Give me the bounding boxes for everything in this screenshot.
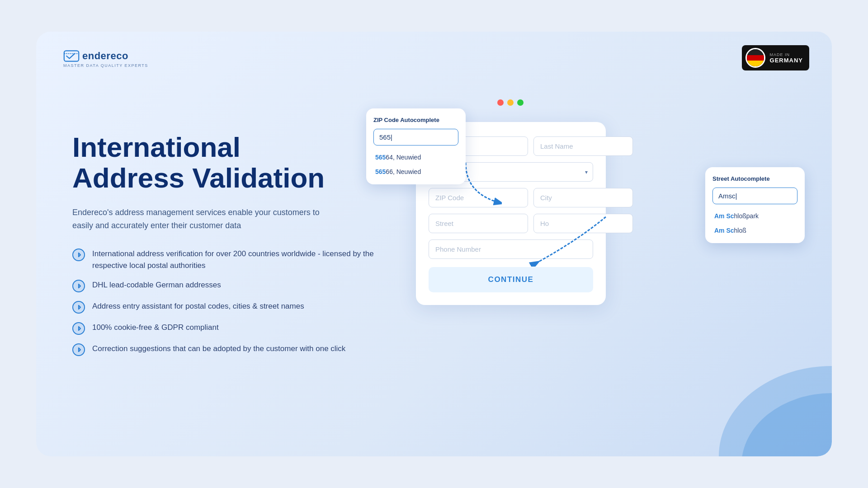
- feature-text-1: International address verification for o…: [92, 248, 380, 271]
- street-suggestion-2[interactable]: Am Schloß: [712, 223, 797, 238]
- badge-made-in: MADE IN: [770, 52, 803, 57]
- street-suggestion-1[interactable]: Am Schloßpark: [712, 209, 797, 223]
- feature-item-2: DHL lead-codable German addresses: [72, 279, 380, 292]
- street-autocomplete-popup: Street Autocomplete Am Schloßpark Am Sch…: [705, 167, 805, 243]
- logo-name: endereco: [82, 50, 128, 62]
- features-list: International address verification for o…: [72, 248, 380, 356]
- zip-city-row: [429, 188, 593, 207]
- feature-item-3: Address entry assistant for postal codes…: [72, 300, 380, 314]
- continue-button[interactable]: CONTINUE: [429, 267, 593, 292]
- subtitle: Endereco's address management services e…: [72, 206, 326, 232]
- arrow-circle-icon-5: [72, 343, 85, 356]
- german-flag: [745, 48, 765, 68]
- street-row: [429, 214, 593, 233]
- street-rest-2: hloß: [734, 227, 746, 234]
- city-input[interactable]: [533, 188, 633, 207]
- window-controls: [497, 99, 524, 106]
- zip-input[interactable]: [429, 188, 528, 207]
- zip-suggestion-2[interactable]: 56566, Neuwied: [373, 164, 458, 179]
- phone-row: [429, 239, 593, 259]
- arrow-circle-icon-3: [72, 301, 85, 314]
- left-content: International Address Validation Enderec…: [72, 132, 380, 357]
- badge-country: GERMANY: [770, 57, 803, 64]
- arrow-circle-icon-1: [72, 249, 85, 261]
- feature-item-1: International address verification for o…: [72, 248, 380, 271]
- feature-item-5: Correction suggestions that can be adopt…: [72, 343, 380, 356]
- feature-text-2: DHL lead-codable German addresses: [92, 279, 221, 291]
- logo: endereco MASTER DATA QUALITY EXPERTS: [63, 50, 148, 68]
- made-in-germany-badge: MADE IN GERMANY: [742, 45, 809, 70]
- decorative-wave: [696, 321, 832, 456]
- main-title: International Address Validation: [72, 132, 380, 193]
- house-input[interactable]: [533, 214, 633, 233]
- street-popup-input[interactable]: [712, 188, 797, 204]
- logo-icon: endereco: [63, 50, 148, 62]
- zip-rest-1: 64, Neuwied: [386, 154, 421, 161]
- zip-highlight-1: 565: [375, 154, 386, 161]
- zip-autocomplete-popup: ZIP Code Autocomplete 56564, Neuwied 565…: [366, 108, 466, 184]
- street-highlight-1: Am Sc: [714, 212, 734, 220]
- arrow-circle-icon-2: [72, 280, 85, 292]
- street-popup-title: Street Autocomplete: [712, 175, 797, 182]
- badge-text: MADE IN GERMANY: [770, 52, 803, 64]
- street-input[interactable]: [429, 214, 528, 233]
- main-container: endereco MASTER DATA QUALITY EXPERTS MAD…: [36, 32, 832, 456]
- feature-text-4: 100% cookie-free & GDPR compliant: [92, 322, 219, 333]
- window-minimize-dot: [507, 99, 514, 106]
- window-maximize-dot: [517, 99, 524, 106]
- zip-popup-title: ZIP Code Autocomplete: [373, 117, 458, 123]
- phone-input[interactable]: [429, 239, 593, 259]
- feature-item-4: 100% cookie-free & GDPR compliant: [72, 322, 380, 335]
- zip-popup-input[interactable]: [373, 129, 458, 145]
- feature-text-5: Correction suggestions that can be adopt…: [92, 343, 345, 355]
- arrow-circle-icon-4: [72, 322, 85, 335]
- street-rest-1: hloßpark: [734, 212, 759, 220]
- logo-tagline: MASTER DATA QUALITY EXPERTS: [63, 63, 148, 68]
- zip-highlight-2: 565: [375, 168, 386, 175]
- feature-text-3: Address entry assistant for postal codes…: [92, 300, 304, 312]
- last-name-input[interactable]: [533, 136, 633, 156]
- street-highlight-2: Am Sc: [714, 227, 734, 234]
- zip-rest-2: 66, Neuwied: [386, 168, 421, 175]
- zip-suggestion-1[interactable]: 56564, Neuwied: [373, 150, 458, 164]
- window-close-dot: [497, 99, 504, 106]
